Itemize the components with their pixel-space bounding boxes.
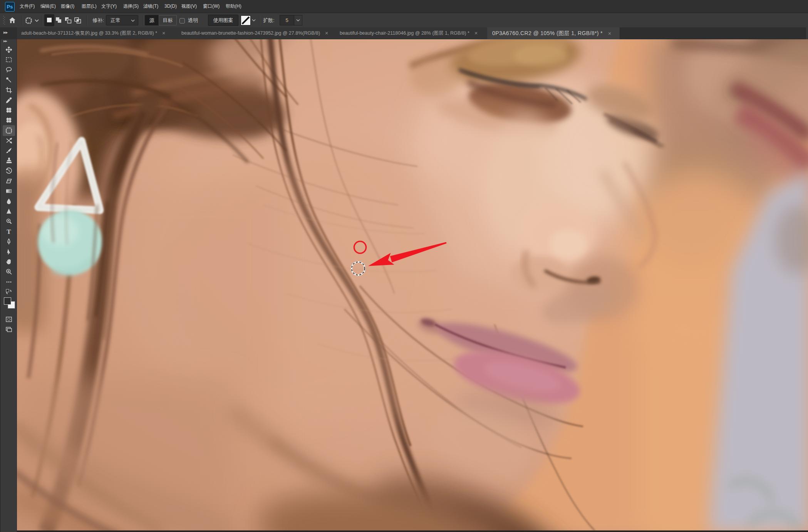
svg-text:T: T bbox=[7, 228, 11, 235]
